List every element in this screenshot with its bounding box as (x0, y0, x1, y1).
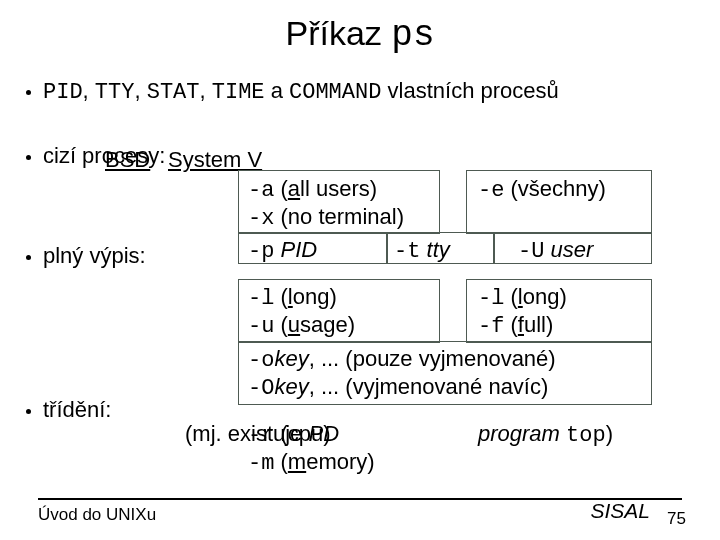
f-tty: TTY (95, 80, 135, 105)
bullet-dot (26, 255, 31, 260)
footer-rule (38, 498, 682, 500)
footer-left: Úvod do UNIXu (38, 505, 156, 525)
f-stat: STAT (147, 80, 200, 105)
opt-r: -r (cpu) (248, 419, 331, 451)
label-trideni: třídění: (43, 397, 111, 423)
opt-p: -p PID (248, 235, 317, 267)
title-cmd: ps (391, 15, 434, 56)
bullet-dot (26, 90, 31, 95)
hdr-bsd: BSD (105, 147, 150, 172)
f-time: TIME (212, 80, 265, 105)
hdr-sv: System V (168, 147, 262, 172)
trid-overlay-right: program top) (478, 419, 613, 451)
opt-O: -Okey, ... (vyjmenované navíc) (248, 372, 548, 404)
slide-title: Příkaz ps (0, 0, 720, 56)
opt-l: -l (long) (248, 282, 337, 314)
footer-right: SISAL (590, 499, 650, 523)
opt-t: -t tty (394, 235, 450, 267)
bullet-dot (26, 409, 31, 414)
bullet-dot (26, 155, 31, 160)
opt-m: -m (memory) (248, 447, 375, 479)
f-command: COMMAND (289, 80, 381, 105)
opt-U: -U user (518, 235, 593, 267)
opt-a: -a (all users) (248, 174, 377, 206)
opt-o: -okey, ... (pouze vyjmenované) (248, 344, 556, 376)
bullet-line-1: PID, TTY, STAT, TIME a COMMAND vlastních… (43, 78, 559, 105)
title-text: Příkaz (285, 14, 391, 52)
label-plny: plný výpis: (43, 243, 146, 269)
opt-x: -x (no terminal) (248, 202, 404, 234)
opt-e: -e (všechny) (478, 174, 606, 206)
opt-f: -f (full) (478, 310, 553, 342)
page-number: 75 (667, 509, 686, 529)
f-pid: PID (43, 80, 83, 105)
opt-l2: -l (long) (478, 282, 567, 314)
opt-u: -u (usage) (248, 310, 355, 342)
